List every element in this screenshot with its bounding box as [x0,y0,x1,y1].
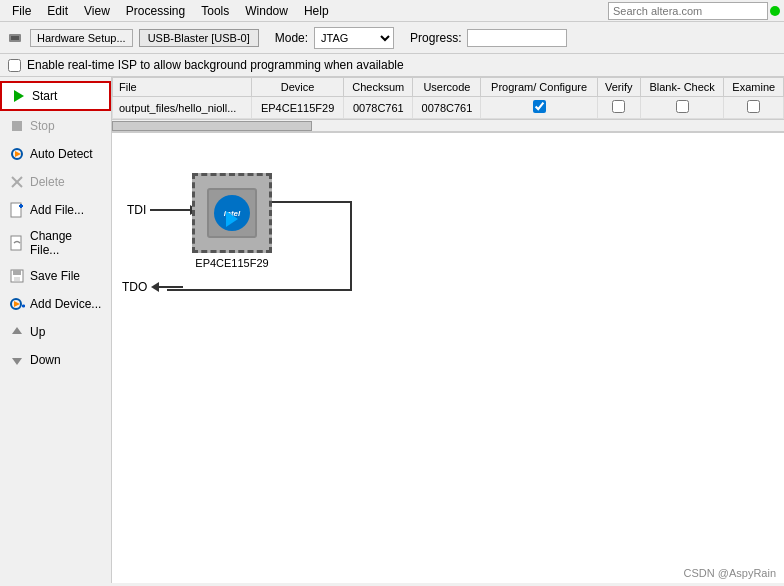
col-blank-check: Blank- Check [640,78,724,97]
menu-tools[interactable]: Tools [193,2,237,20]
start-button[interactable]: Start [0,81,111,111]
isp-checkbox-row: Enable real-time ISP to allow background… [0,54,784,77]
auto-detect-icon [8,145,26,163]
watermark: CSDN @AspyRain [684,567,776,579]
cell-file: output_files/hello_nioll... [113,97,252,119]
svg-rect-14 [14,277,20,281]
menu-processing[interactable]: Processing [118,2,193,20]
tdo-connector: TDO [122,280,183,294]
main-content: Start Stop Auto Detect Delete [0,77,784,583]
tdo-label: TDO [122,280,147,294]
cell-blank-check[interactable] [640,97,724,119]
search-area [608,2,780,20]
connection-indicator [770,6,780,16]
start-icon [10,87,28,105]
progress-bar [467,29,567,47]
right-panel: File Device Checksum Usercode Program/ C… [112,77,784,583]
svg-rect-1 [11,36,19,40]
add-device-icon [8,295,26,313]
svg-rect-3 [12,121,22,131]
change-file-button[interactable]: Change File... [0,225,111,261]
svg-marker-20 [12,358,22,365]
tdo-arrow [151,282,183,292]
verify-checkbox[interactable] [612,100,625,113]
scrollbar-thumb[interactable] [112,121,312,131]
search-input[interactable] [608,2,768,20]
menu-file[interactable]: File [4,2,39,20]
change-file-icon [8,234,26,252]
program-checkbox[interactable] [533,100,546,113]
svg-marker-5 [15,151,21,157]
diagram-area: TDI intel EP4CE115F2 [112,133,784,583]
add-file-button[interactable]: Add File... [0,197,111,223]
progress-label: Progress: [410,31,461,45]
svg-marker-16 [14,301,20,307]
bottom-wire [167,289,352,291]
delete-icon [8,173,26,191]
save-file-button[interactable]: Save File [0,263,111,289]
col-usercode: Usercode [413,78,481,97]
hw-device-label: USB-Blaster [USB-0] [139,29,259,47]
svg-marker-19 [12,327,22,334]
col-file: File [113,78,252,97]
cell-verify[interactable] [597,97,640,119]
table-row: output_files/hello_nioll... EP4CE115F29 … [113,97,784,119]
examine-checkbox[interactable] [747,100,760,113]
down-icon [8,351,26,369]
cell-examine[interactable] [724,97,784,119]
col-checksum: Checksum [344,78,413,97]
right-wire-vertical [350,201,352,291]
toolbar: Hardware Setup... USB-Blaster [USB-0] Mo… [0,22,784,54]
menu-edit[interactable]: Edit [39,2,76,20]
isp-label: Enable real-time ISP to allow background… [27,58,404,72]
auto-detect-button[interactable]: Auto Detect [0,141,111,167]
cell-usercode: 0078C761 [413,97,481,119]
hardware-setup-button[interactable]: Hardware Setup... [30,29,133,47]
svg-marker-2 [14,90,24,102]
svg-rect-13 [13,270,21,275]
cell-checksum: 0078C761 [344,97,413,119]
mode-label: Mode: [275,31,308,45]
horizontal-scrollbar[interactable] [112,119,784,131]
menu-view[interactable]: View [76,2,118,20]
isp-checkbox[interactable] [8,59,21,72]
chip-inner: intel [207,188,257,238]
blank-check-checkbox[interactable] [676,100,689,113]
menu-help[interactable]: Help [296,2,337,20]
tdi-label: TDI [127,203,146,217]
tdi-connector: TDI [127,203,198,217]
save-file-icon [8,267,26,285]
stop-icon [8,117,26,135]
play-icon [226,211,238,227]
menu-window[interactable]: Window [237,2,296,20]
cell-program[interactable] [481,97,597,119]
chip-label: EP4CE115F29 [192,257,272,269]
col-program: Program/ Configure [481,78,597,97]
cell-device: EP4CE115F29 [252,97,344,119]
right-wire [272,201,352,203]
hardware-icon [6,29,24,47]
chip: intel [192,173,272,253]
col-examine: Examine [724,78,784,97]
add-file-icon [8,201,26,219]
stop-button[interactable]: Stop [0,113,111,139]
menubar: File Edit View Processing Tools Window H… [0,0,784,22]
up-button[interactable]: Up [0,319,111,345]
delete-button[interactable]: Delete [0,169,111,195]
down-button[interactable]: Down [0,347,111,373]
col-device: Device [252,78,344,97]
add-device-button[interactable]: Add Device... [0,291,111,317]
sidebar: Start Stop Auto Detect Delete [0,77,112,583]
up-icon [8,323,26,341]
intel-logo: intel [214,195,250,231]
mode-select[interactable]: JTAG [314,27,394,49]
programming-table: File Device Checksum Usercode Program/ C… [112,77,784,119]
table-area: File Device Checksum Usercode Program/ C… [112,77,784,133]
col-verify: Verify [597,78,640,97]
